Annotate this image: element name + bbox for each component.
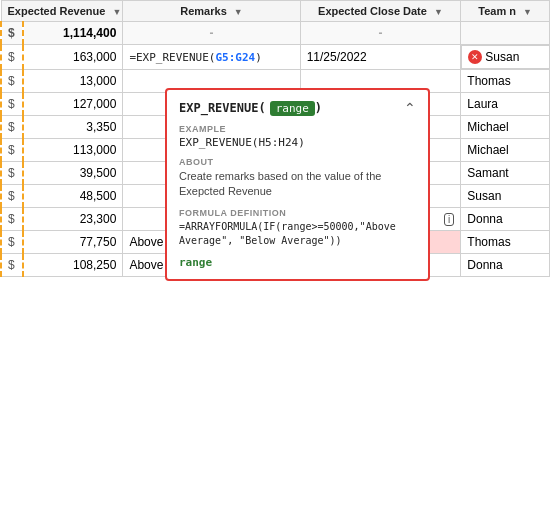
formula-cell[interactable]: =EXP_REVENUE(=EXP_REVENUE(G5:G24)G5:G24) <box>123 45 300 70</box>
filter-icon-team[interactable]: ▼ <box>523 7 532 17</box>
row9-value: 77,750 <box>23 231 123 254</box>
table-row: $ 1,114,400 - - <box>1 22 550 45</box>
formula-text: =EXP_REVENUE(=EXP_REVENUE(G5:G24)G5:G24) <box>129 51 261 64</box>
total-remarks: - <box>123 22 300 45</box>
header-team[interactable]: Team n ▼ <box>461 1 550 22</box>
collapse-icon[interactable]: ⌃ <box>404 100 416 116</box>
row7-value: 48,500 <box>23 185 123 208</box>
filter-icon-closedate[interactable]: ▼ <box>434 7 443 17</box>
spreadsheet: Expected Revenue ▼ Remarks ▼ Expected Cl… <box>0 0 550 277</box>
example-value: EXP_REVENUE(H5:H24) <box>179 136 416 149</box>
header-revenue[interactable]: Expected Revenue ▼ <box>1 1 123 22</box>
row10-team: Donna <box>461 254 550 277</box>
row9-dollar: $ <box>1 231 23 254</box>
row4-team: Michael <box>461 116 550 139</box>
row8-team: Donna <box>461 208 550 231</box>
filter-icon-remarks[interactable]: ▼ <box>234 7 243 17</box>
table-row: $ 163,000 =EXP_REVENUE(=EXP_REVENUE(G5:G… <box>1 45 550 70</box>
row6-value: 39,500 <box>23 162 123 185</box>
total-team <box>461 22 550 45</box>
func-name: EXP_REVENUE( <box>179 101 266 115</box>
close-icon: ✕ <box>468 50 482 64</box>
row3-dollar: $ <box>1 93 23 116</box>
row8-dollar: $ <box>1 208 23 231</box>
example-label: EXAMPLE <box>179 124 416 134</box>
total-value: 1,114,400 <box>23 22 123 45</box>
tooltip-header: EXP_REVENUE(range) ⌃ <box>179 100 416 116</box>
header-remarks[interactable]: Remarks ▼ <box>123 1 300 22</box>
row2-dollar: $ <box>1 70 23 93</box>
header-closedate[interactable]: Expected Close Date ▼ <box>300 1 461 22</box>
range-link[interactable]: range <box>179 256 416 269</box>
row4-value: 3,350 <box>23 116 123 139</box>
total-dollar: $ <box>1 22 23 45</box>
row2-value: 13,000 <box>23 70 123 93</box>
row3-team: Laura <box>461 93 550 116</box>
range-badge[interactable]: range <box>270 101 315 116</box>
about-text: Create remarks based on the value of the… <box>179 169 416 200</box>
row6-dollar: $ <box>1 162 23 185</box>
row1-value: 163,000 <box>23 45 123 70</box>
total-closedate: - <box>300 22 461 45</box>
row10-value: 108,250 <box>23 254 123 277</box>
row7-dollar: $ <box>1 185 23 208</box>
filter-icon-revenue[interactable]: ▼ <box>112 7 121 17</box>
row9-team: Thomas <box>461 231 550 254</box>
row5-dollar: $ <box>1 139 23 162</box>
info-icon[interactable]: i <box>444 213 454 226</box>
row8-value: 23,300 <box>23 208 123 231</box>
row3-value: 127,000 <box>23 93 123 116</box>
formula-value: =ARRAYFORMULA(IF(range>=50000,"Above Ave… <box>179 220 416 248</box>
row6-team: Samant <box>461 162 550 185</box>
row2-team: Thomas <box>461 70 550 93</box>
row1-team: ✕ Susan <box>461 45 549 69</box>
close-paren: ) <box>315 101 322 115</box>
row5-value: 113,000 <box>23 139 123 162</box>
formula-label: FORMULA DEFINITION <box>179 208 416 218</box>
row5-team: Michael <box>461 139 550 162</box>
tooltip-func-signature: EXP_REVENUE(range) <box>179 101 322 115</box>
row1-closedate: 11/25/2022 <box>300 45 461 70</box>
row1-dollar: $ <box>1 45 23 70</box>
about-label: ABOUT <box>179 157 416 167</box>
function-tooltip: EXP_REVENUE(range) ⌃ EXAMPLE EXP_REVENUE… <box>165 88 430 281</box>
row7-team: Susan <box>461 185 550 208</box>
row10-dollar: $ <box>1 254 23 277</box>
row4-dollar: $ <box>1 116 23 139</box>
